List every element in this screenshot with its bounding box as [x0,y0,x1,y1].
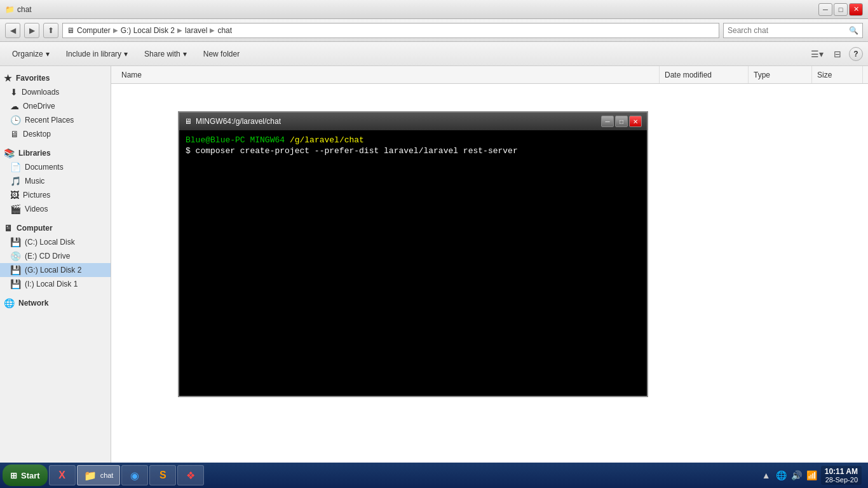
terminal-title-text: MINGW64:/g/laravel/chat [196,117,281,126]
documents-icon: 📄 [10,162,21,172]
sidebar-item-videos[interactable]: 🎬 Videos [0,202,111,216]
chrome-icon: ◉ [128,469,141,482]
share-with-button[interactable]: Share with ▾ [137,45,194,63]
sidebar-favorites-header[interactable]: ★ Favorites [0,71,111,85]
terminal-app: MINGW64 [250,135,285,145]
sidebar-item-e-drive[interactable]: 💿 (E:) CD Drive [0,249,111,263]
taskbar-item-sublime[interactable]: S [149,465,176,485]
terminal-title-icon: 🖥 [184,117,192,126]
search-icon: 🔍 [849,26,858,35]
sidebar-libraries-header[interactable]: 📚 Libraries [0,146,111,160]
new-folder-button[interactable]: New folder [196,45,247,63]
close-button[interactable]: ✕ [849,3,863,16]
sidebar-item-pictures[interactable]: 🖼 Pictures [0,188,111,202]
sidebar-item-recent-places[interactable]: 🕒 Recent Places [0,113,111,127]
terminal-controls: ─ □ ✕ [601,116,642,127]
organize-label: Organize [12,50,43,58]
taskbar-item-xampp[interactable]: X [49,465,76,485]
g-drive-label: (G:) Local Disk 2 [25,266,81,274]
libraries-label: Libraries [18,149,51,158]
maximize-button[interactable]: □ [834,3,848,16]
volume-icon[interactable]: 🔊 [790,469,803,482]
start-icon: ⊞ [10,471,17,480]
organize-button[interactable]: Organize ▾ [5,45,57,63]
sidebar-item-downloads[interactable]: ⬇ Downloads [0,85,111,99]
column-name[interactable]: Name [116,66,660,83]
videos-label: Videos [25,205,48,214]
separator-2: ▶ [177,27,182,34]
e-drive-icon: 💿 [10,251,21,261]
terminal-at: @ [205,135,210,145]
terminal-body[interactable]: Blue @ Blue-PC MINGW64 /g/laravel/chat $… [179,130,647,396]
minimize-button[interactable]: ─ [818,3,832,16]
e-drive-label: (E:) CD Drive [25,252,70,261]
terminal-close-button[interactable]: ✕ [629,116,642,127]
taskbar-right: ▲ 🌐 🔊 📶 10:11 AM 28-Sep-20 [760,466,865,485]
terminal-window[interactable]: 🖥 MINGW64:/g/laravel/chat ─ □ ✕ Blue @ B… [178,111,648,397]
address-bar: ◀ ▶ ⬆ 🖥 Computer ▶ G:) Local Disk 2 ▶ la… [0,19,868,42]
include-library-button[interactable]: Include in library ▾ [59,45,135,63]
terminal-command-line: $ composer create-project --prefer-dist … [186,146,641,156]
path-computer: Computer [77,26,111,35]
libraries-icon: 📚 [4,148,15,158]
start-button[interactable]: ⊞ Start [3,464,48,486]
column-type[interactable]: Type [749,66,812,83]
sidebar-item-documents[interactable]: 📄 Documents [0,160,111,174]
toolbar-right: ☰▾ ⊟ ? [808,45,863,63]
sidebar-item-onedrive[interactable]: ☁ OneDrive [0,99,111,113]
sidebar-item-c-drive[interactable]: 💾 (C:) Local Disk [0,235,111,249]
title-bar: 📁 chat ─ □ ✕ [0,0,868,19]
preview-pane-button[interactable]: ⊟ [829,45,846,63]
i-drive-label: (I:) Local Disk 1 [25,280,78,288]
terminal-title: 🖥 MINGW64:/g/laravel/chat [184,117,281,126]
computer-label: Computer [17,224,53,233]
show-hidden-icon[interactable]: ▲ [760,469,773,482]
taskbar-item-explorer[interactable]: 📁 chat [77,465,121,485]
start-label: Start [21,471,40,480]
network-sys-icon[interactable]: 🌐 [775,469,788,482]
terminal-command: $ composer create-project --prefer-dist … [186,146,518,156]
column-size[interactable]: Size [812,66,863,83]
view-options-button[interactable]: ☰▾ [808,45,826,63]
sidebar-item-desktop[interactable]: 🖥 Desktop [0,127,111,141]
taskbar-item-chrome[interactable]: ◉ [121,465,148,485]
clock[interactable]: 10:11 AM 28-Sep-20 [821,466,862,485]
window-controls: ─ □ ✕ [818,3,863,16]
share-with-arrow: ▾ [183,50,187,58]
forward-button[interactable]: ▶ [24,23,39,38]
new-folder-label: New folder [203,50,240,58]
network-header-icon: 🌐 [4,298,15,308]
taskbar-item-app5[interactable]: ❖ [177,465,204,485]
window-icon: 📁 [5,5,15,14]
include-library-arrow: ▾ [124,50,128,58]
address-path[interactable]: 🖥 Computer ▶ G:) Local Disk 2 ▶ laravel … [62,23,719,38]
sidebar-item-g-drive[interactable]: 💾 (G:) Local Disk 2 [0,263,111,277]
terminal-maximize-button[interactable]: □ [615,116,628,127]
music-icon: 🎵 [10,176,21,186]
clock-time: 10:11 AM [825,467,858,476]
videos-icon: 🎬 [10,204,21,214]
search-input[interactable] [728,26,846,35]
column-date[interactable]: Date modified [660,66,749,83]
separator-1: ▶ [113,27,118,34]
taskbar: ⊞ Start X 📁 chat ◉ S ❖ ▲ 🌐 🔊 📶 10:11 AM … [0,463,868,488]
up-button[interactable]: ⬆ [43,23,58,38]
app5-icon: ❖ [184,469,197,482]
sidebar-computer-header[interactable]: 🖥 Computer [0,221,111,235]
onedrive-label: OneDrive [23,102,55,111]
speaker-icon[interactable]: 📶 [806,469,818,482]
help-button[interactable]: ? [849,47,863,61]
sidebar-network-header[interactable]: 🌐 Network [0,296,111,310]
terminal-minimize-button[interactable]: ─ [601,116,614,127]
documents-label: Documents [25,163,64,172]
terminal-titlebar: 🖥 MINGW64:/g/laravel/chat ─ □ ✕ [179,112,647,130]
pictures-icon: 🖼 [10,190,19,200]
sidebar: ★ Favorites ⬇ Downloads ☁ OneDrive 🕒 Rec… [0,66,111,465]
title-bar-left: 📁 chat [5,5,32,14]
sidebar-item-music[interactable]: 🎵 Music [0,174,111,188]
back-button[interactable]: ◀ [5,23,20,38]
search-box[interactable]: 🔍 [723,23,863,38]
downloads-label: Downloads [22,88,59,97]
clock-date: 28-Sep-20 [825,476,858,484]
sidebar-item-i-drive[interactable]: 💾 (I:) Local Disk 1 [0,277,111,291]
